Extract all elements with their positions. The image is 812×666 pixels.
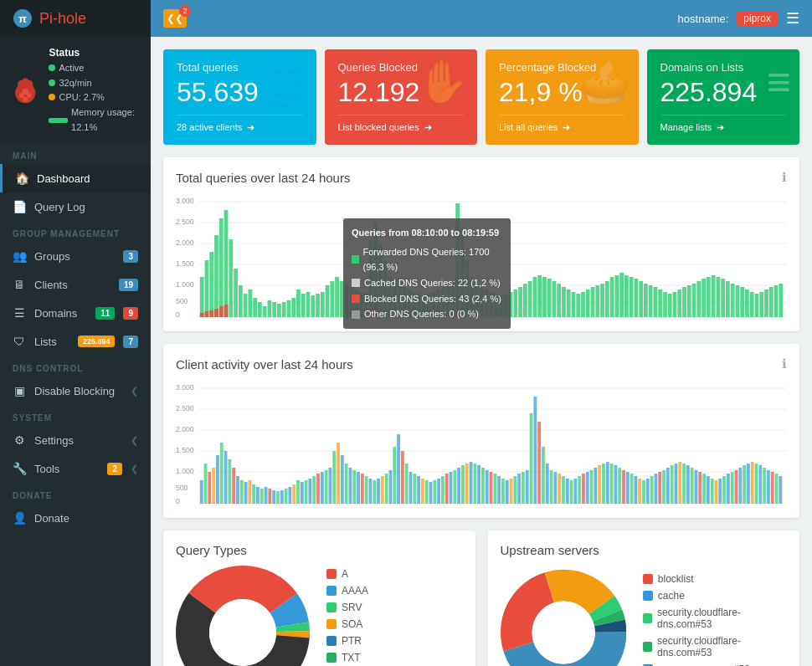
- svg-rect-287: [618, 468, 621, 504]
- svg-rect-281: [594, 468, 597, 504]
- svg-text:π: π: [18, 13, 27, 25]
- sidebar-item-tools[interactable]: 🔧 Tools 2 ❮: [0, 454, 151, 483]
- svg-rect-116: [644, 284, 648, 317]
- svg-rect-214: [325, 470, 328, 504]
- svg-rect-259: [506, 480, 509, 504]
- svg-rect-38: [268, 300, 272, 317]
- card-domains-title: Domains on Lists: [660, 61, 787, 74]
- sidebar-item-disable-blocking[interactable]: ▣ Disable Blocking ❮: [0, 377, 151, 405]
- svg-rect-318: [743, 465, 746, 504]
- groups-badge: 3: [123, 250, 138, 263]
- card-domains-footer[interactable]: Manage lists ➔: [660, 115, 787, 133]
- status-info: Status Active 32q/min CPU: 2.7% Memory u…: [49, 45, 141, 135]
- sidebar-item-lists[interactable]: 🛡 Lists 225.894 7: [0, 327, 151, 356]
- svg-rect-219: [345, 464, 348, 504]
- svg-rect-290: [630, 474, 634, 504]
- svg-rect-316: [735, 470, 738, 504]
- svg-rect-321: [755, 464, 758, 504]
- svg-rect-263: [522, 472, 525, 504]
- menu-button[interactable]: ☰: [786, 9, 799, 28]
- svg-rect-189: [224, 451, 228, 504]
- status-cpu: CPU: 2.7%: [49, 90, 141, 105]
- sidebar-item-groups[interactable]: 👥 Groups 3: [0, 242, 151, 270]
- svg-rect-102: [576, 294, 580, 317]
- tooltip-forwarded: Forwarded DNS Queries: 1700 (96,3 %): [352, 244, 502, 275]
- svg-rect-24: [200, 277, 204, 317]
- tooltip-cached: Cached DNS Queries: 22 (1,2 %): [352, 275, 502, 291]
- svg-rect-99: [562, 287, 566, 317]
- stat-cards-container: 🌐 Total queries 55.639 28 active clients…: [163, 49, 799, 145]
- svg-rect-138: [750, 292, 754, 317]
- svg-rect-209: [305, 480, 308, 504]
- svg-rect-239: [425, 480, 429, 504]
- card-total-footer[interactable]: 28 active clients ➔: [177, 115, 303, 133]
- svg-rect-111: [619, 273, 624, 317]
- svg-rect-26: [209, 252, 213, 317]
- svg-rect-137: [745, 289, 749, 317]
- svg-rect-52: [335, 277, 339, 317]
- svg-rect-228: [381, 476, 384, 504]
- sidebar-item-donate[interactable]: 👤 Donate: [0, 504, 151, 532]
- svg-rect-268: [542, 447, 545, 504]
- svg-rect-39: [272, 302, 276, 317]
- svg-rect-229: [385, 474, 388, 504]
- info-icon-2[interactable]: ℹ: [782, 356, 787, 371]
- svg-point-355: [532, 601, 594, 663]
- card-blocked-footer[interactable]: List blocked queries ➔: [338, 115, 465, 133]
- svg-text:01:00: 01:00: [317, 504, 336, 505]
- svg-rect-114: [635, 279, 639, 317]
- svg-rect-217: [337, 443, 340, 504]
- sidebar-item-domains[interactable]: ☰ Domains 11 9: [0, 299, 151, 327]
- card-percent-footer[interactable]: List all queries ➔: [499, 115, 625, 133]
- svg-rect-322: [758, 465, 762, 504]
- svg-text:3.000: 3.000: [176, 383, 194, 392]
- query-types-section: Query Types A AAAA SRV: [163, 530, 475, 666]
- svg-rect-276: [573, 479, 577, 504]
- svg-rect-249: [465, 464, 469, 504]
- svg-rect-43: [291, 298, 296, 317]
- svg-rect-100: [567, 289, 571, 317]
- svg-rect-230: [389, 470, 393, 504]
- svg-rect-224: [365, 476, 368, 504]
- svg-rect-140: [759, 292, 763, 317]
- svg-text:12:00: 12:00: [760, 504, 779, 505]
- sidebar-item-settings[interactable]: ⚙ Settings ❮: [0, 426, 151, 454]
- svg-rect-205: [288, 487, 291, 504]
- section-dns-label: DNS CONTROL: [0, 356, 151, 377]
- sidebar-item-clients[interactable]: 🖥 Clients 19: [0, 270, 151, 299]
- svg-rect-204: [285, 489, 288, 504]
- sidebar-item-querylog[interactable]: 📄 Query Log: [0, 192, 151, 221]
- svg-rect-93: [532, 277, 537, 317]
- svg-rect-120: [663, 292, 667, 317]
- svg-text:2.500: 2.500: [176, 404, 194, 412]
- svg-rect-246: [453, 470, 456, 504]
- svg-rect-275: [570, 480, 573, 504]
- svg-text:00:00: 00:00: [277, 317, 296, 319]
- svg-rect-289: [626, 472, 630, 504]
- svg-rect-27: [214, 235, 218, 317]
- svg-rect-188: [220, 443, 224, 504]
- svg-rect-91: [523, 284, 527, 317]
- svg-rect-31: [234, 269, 238, 317]
- svg-rect-194: [244, 482, 248, 504]
- chart-total-queries: Total queries over last 24 hours ℹ Queri…: [163, 157, 799, 331]
- back-button[interactable]: ❮❮ 2: [163, 9, 187, 28]
- svg-point-9: [23, 96, 28, 101]
- svg-rect-199: [265, 487, 268, 504]
- lists-badge2: 7: [123, 336, 138, 348]
- section-main-label: MAIN: [0, 143, 151, 164]
- svg-rect-274: [566, 479, 569, 504]
- svg-rect-149: [219, 306, 224, 317]
- svg-rect-186: [212, 468, 215, 504]
- svg-rect-283: [602, 464, 605, 504]
- legend-txt: TXT: [326, 652, 374, 663]
- svg-rect-295: [650, 476, 654, 504]
- settings-label: Settings: [34, 434, 122, 447]
- svg-rect-113: [630, 277, 634, 317]
- svg-rect-238: [421, 479, 424, 504]
- svg-rect-134: [731, 284, 735, 317]
- svg-rect-29: [224, 210, 229, 317]
- legend-cf2: security.cloudflare-dns.com#53: [643, 635, 787, 658]
- svg-text:500: 500: [176, 484, 188, 492]
- sidebar-item-dashboard[interactable]: 🏠 Dashboard: [0, 164, 151, 192]
